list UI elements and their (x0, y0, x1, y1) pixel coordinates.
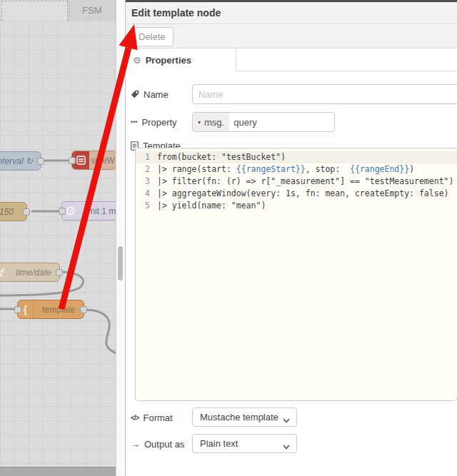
line-number: 4 (136, 188, 157, 200)
flow-tabbar: FSM (0, 0, 116, 21)
node-timedate-label: time/date (8, 268, 59, 278)
code-line[interactable]: 5|> yield(name: "mean") (136, 200, 457, 212)
dialog-toolbar: Delete (126, 24, 457, 49)
node-sinewave-label: sineW (89, 156, 116, 166)
code-text: from(bucket: "testBucket") (157, 151, 286, 163)
format-label: </> Format (131, 407, 173, 427)
gear-icon: ⚙ (133, 55, 141, 66)
dialog-tabs: ⚙ Properties (126, 49, 457, 71)
code-line[interactable]: 3|> filter(fn: (r) => r["_measurement"] … (136, 176, 457, 188)
node-sinewave[interactable]: sineW (71, 151, 116, 170)
delete-button[interactable]: Delete (131, 27, 174, 46)
output-as-select[interactable]: Plain text (192, 434, 297, 453)
tab-strip-filler (236, 49, 457, 71)
canvas-vertical-scrollbar[interactable] (116, 0, 125, 476)
scrollbar-thumb[interactable] (118, 246, 123, 280)
node-template-output-port[interactable] (80, 306, 87, 313)
name-label: Name (131, 84, 169, 104)
tab-properties[interactable]: ⚙ Properties (126, 49, 236, 71)
code-brackets-icon: </> (131, 414, 139, 422)
code-text: |> aggregateWindow(every: 1s, fn: mean, … (157, 188, 449, 200)
flow-canvas[interactable]: FSM interval ↻ sineW s-150 limit 1 ms f … (0, 0, 116, 476)
code-line[interactable]: 2|> range(start: {{rangeStart}}, stop: {… (136, 163, 457, 176)
canvas-grid[interactable] (0, 21, 116, 467)
code-text: |> range(start: {{rangeStart}}, stop: {{… (157, 163, 414, 176)
node-interval-label: interval ↻ (0, 156, 41, 166)
node-sinewave-input-port[interactable] (69, 157, 76, 164)
chevron-down-icon (283, 415, 290, 425)
node-limit-input-port[interactable] (59, 208, 66, 215)
node-s150[interactable]: s-150 (0, 202, 27, 221)
property-value[interactable]: query (229, 113, 257, 131)
code-text: |> filter(fn: (r) => r["_measurement"] =… (157, 176, 453, 188)
code-line[interactable]: 1from(bucket: "testBucket") (136, 151, 457, 163)
flow-tab-active[interactable] (1, 1, 68, 21)
node-limit-label: limit 1 ms (78, 206, 116, 216)
edit-template-dialog: Edit template node Delete ⚙ Properties N… (125, 0, 457, 476)
format-select-value: Mustache template (200, 412, 278, 422)
line-number: 3 (136, 176, 157, 188)
node-timedate[interactable]: f time/date (0, 263, 60, 282)
tab-properties-label: Properties (146, 55, 191, 66)
function-icon: f (0, 263, 8, 281)
node-timedate-output-port[interactable] (56, 269, 63, 276)
code-line[interactable]: 4|> aggregateWindow(every: 1s, fn: mean,… (136, 188, 457, 200)
node-interval-output-port[interactable] (37, 158, 44, 165)
tag-icon (131, 90, 139, 98)
property-type-dropdown[interactable]: ▾ msg. (193, 113, 229, 131)
chevron-down-icon: ▾ (198, 119, 201, 126)
property-label: ••• Property (131, 112, 177, 132)
dialog-title: Edit template node (126, 2, 457, 24)
line-number: 5 (136, 200, 157, 212)
property-prefix: msg. (204, 117, 224, 128)
node-s150-output-port[interactable] (23, 208, 30, 216)
node-template[interactable]: { template (17, 300, 84, 319)
node-template-input-port[interactable] (14, 306, 21, 313)
node-limit[interactable]: limit 1 ms (61, 201, 116, 221)
flow-tab-fsm[interactable]: FSM (69, 1, 116, 21)
canvas-bottom-bar (0, 467, 116, 476)
node-interval[interactable]: interval ↻ (0, 151, 41, 171)
dialog-header: Edit template node (126, 2, 457, 24)
property-input[interactable]: ▾ msg. query (192, 112, 335, 132)
output-as-label: → Output as (131, 434, 184, 454)
template-code-editor[interactable]: 1from(bucket: "testBucket")2|> range(sta… (135, 148, 457, 401)
node-template-label: template (34, 305, 84, 315)
line-number: 2 (136, 163, 157, 176)
chevron-down-icon (283, 441, 290, 452)
output-as-select-value: Plain text (200, 438, 238, 449)
code-text: |> yield(name: "mean") (157, 200, 266, 212)
ellipsis-icon: ••• (131, 118, 137, 126)
name-input[interactable] (192, 84, 457, 104)
editor-lines: 1from(bucket: "testBucket")2|> range(sta… (136, 151, 457, 212)
format-select[interactable]: Mustache template (192, 407, 297, 427)
line-number: 1 (136, 151, 157, 163)
arrow-right-icon: → (131, 439, 140, 450)
